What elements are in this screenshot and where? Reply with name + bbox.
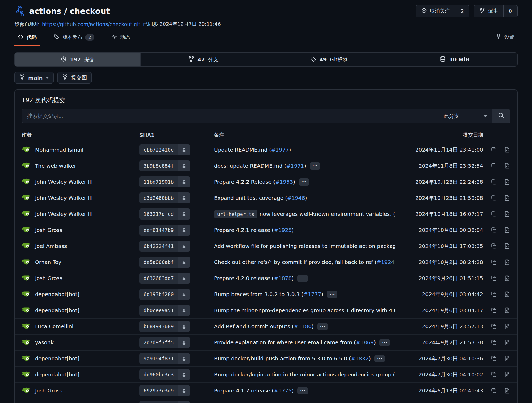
commit-graph-button[interactable]: 提交图 [57, 72, 92, 84]
copy-sha-icon[interactable] [491, 387, 497, 394]
commit-message-text[interactable]: Prepare 4.2.0 release ( [214, 275, 274, 281]
issue-link[interactable]: #1971 [286, 163, 304, 169]
commit-message-text[interactable]: Bump the minor-npm-dependencies group ac… [214, 307, 395, 314]
commit-message-text[interactable]: Bump braces from 3.0.2 to 3.0.3 ( [214, 291, 303, 297]
commit-message-text[interactable]: Prepare 4.2.1 release ( [214, 227, 274, 233]
sha-badge[interactable]: cbb722410c [139, 144, 190, 155]
browse-source-icon[interactable] [504, 259, 510, 265]
commit-message-text[interactable]: Check out other refs/* by commit if prov… [214, 259, 377, 265]
copy-sha-icon[interactable] [491, 163, 497, 169]
copy-sha-icon[interactable] [491, 355, 497, 362]
copy-sha-icon[interactable] [491, 227, 497, 233]
commit-message-text[interactable]: docs: update README.md ( [214, 163, 286, 169]
browse-source-icon[interactable] [504, 291, 510, 297]
author-name[interactable]: dependabot[bot] [35, 307, 79, 314]
commit-message-text[interactable]: Bump docker/login-action in the minor-ac… [214, 371, 395, 378]
issue-link[interactable]: #1977 [271, 147, 289, 153]
search-commits-input[interactable] [22, 109, 438, 123]
author-name[interactable]: John Wesley Walker III [35, 211, 93, 217]
copy-sha-icon[interactable] [491, 259, 497, 265]
tab-activity[interactable]: 动态 [108, 30, 133, 46]
expand-message-button[interactable]: ··· [379, 339, 390, 346]
browse-source-icon[interactable] [504, 163, 510, 169]
copy-sha-icon[interactable] [491, 195, 497, 201]
browse-source-icon[interactable] [504, 147, 510, 153]
author-name[interactable]: dependabot[bot] [35, 291, 79, 297]
author-name[interactable]: Luca Comellini [35, 323, 73, 330]
commit-message-text[interactable]: Prepare 4.1.7 release ( [214, 387, 274, 394]
author-name[interactable]: Josh Gross [35, 387, 62, 394]
copy-sha-icon[interactable] [491, 307, 497, 314]
browse-source-icon[interactable] [504, 355, 510, 362]
stat-commits[interactable]: 192 提交 [15, 53, 140, 66]
author-name[interactable]: Joel Ambass [35, 243, 67, 249]
unwatch-button[interactable]: 取消关注 2 [416, 5, 469, 17]
browse-source-icon[interactable] [504, 179, 510, 185]
browse-source-icon[interactable] [504, 275, 510, 281]
commit-message-text[interactable]: Add workflow file for publishing release… [214, 243, 395, 249]
sha-badge[interactable]: 6d193bf280 [139, 289, 190, 300]
stat-size[interactable]: 10 MiB [392, 53, 517, 66]
issue-link[interactable]: #1946 [287, 195, 305, 201]
browse-source-icon[interactable] [504, 323, 510, 330]
watch-count[interactable]: 2 [455, 5, 469, 17]
browse-source-icon[interactable] [504, 195, 510, 201]
branch-filter-select[interactable]: 此分支 [438, 109, 492, 123]
tab-releases[interactable]: 版本发布 2 [50, 30, 98, 46]
sha-badge[interactable]: dd960bd3c3 [139, 369, 190, 380]
author-name[interactable]: Josh Gross [35, 275, 62, 281]
commit-message-text[interactable]: now leverages well-known environment var… [260, 211, 395, 217]
author-name[interactable]: yasonk [35, 339, 54, 346]
author-name[interactable]: John Wesley Walker III [35, 195, 93, 201]
copy-sha-icon[interactable] [491, 339, 497, 346]
search-button[interactable] [492, 109, 510, 123]
issue-link[interactable]: #1180 [294, 323, 312, 330]
issue-link[interactable]: #1832 [351, 355, 369, 362]
fork-count[interactable]: 0 [503, 5, 517, 17]
commit-message-text[interactable]: Bump docker/build-push-action from 5.3.0… [214, 355, 351, 362]
copy-sha-icon[interactable] [491, 291, 497, 297]
sha-badge[interactable]: eef61447b9 [139, 225, 190, 236]
author-name[interactable]: Josh Gross [35, 227, 62, 233]
browse-source-icon[interactable] [504, 307, 510, 314]
copy-sha-icon[interactable] [491, 211, 497, 217]
copy-sha-icon[interactable] [491, 323, 497, 330]
sha-badge[interactable]: 6ccd57f4c5 [139, 401, 190, 403]
tab-code[interactable]: 代码 [14, 30, 40, 46]
commit-message-text[interactable]: Add Ref and Commit outputs ( [214, 323, 294, 330]
issue-link[interactable]: #1777 [303, 291, 321, 297]
expand-message-button[interactable]: ··· [297, 275, 308, 282]
browse-source-icon[interactable] [504, 371, 510, 378]
commit-message-text[interactable]: Expand unit test coverage ( [214, 195, 287, 201]
sha-badge[interactable]: 3b9b8c884f [139, 160, 190, 171]
fork-button[interactable]: 派生 0 [474, 5, 518, 17]
issue-link[interactable]: #1953 [275, 179, 293, 185]
copy-sha-icon[interactable] [491, 243, 497, 249]
copy-sha-icon[interactable] [491, 275, 497, 281]
copy-sha-icon[interactable] [491, 371, 497, 378]
tab-settings[interactable]: 设置 [492, 30, 518, 46]
browse-source-icon[interactable] [504, 339, 510, 346]
expand-message-button[interactable]: ··· [297, 387, 308, 394]
expand-message-button[interactable]: ··· [374, 355, 385, 362]
copy-sha-icon[interactable] [491, 147, 497, 153]
sha-badge[interactable]: b684943689 [139, 321, 190, 332]
issue-link[interactable]: #1925 [274, 227, 292, 233]
expand-message-button[interactable]: ··· [317, 323, 328, 330]
expand-message-button[interactable]: ··· [299, 178, 309, 186]
browse-source-icon[interactable] [504, 243, 510, 249]
copy-sha-icon[interactable] [491, 179, 497, 185]
author-name[interactable]: dependabot[bot] [35, 371, 79, 378]
expand-message-button[interactable]: ··· [327, 291, 337, 298]
mirror-url-link[interactable]: https://github.com/actions/checkout.git [42, 21, 140, 27]
commit-message-text[interactable]: Update README.md ( [214, 147, 271, 153]
author-name[interactable]: dependabot[bot] [35, 355, 79, 362]
author-name[interactable]: Orhan Toy [35, 259, 61, 265]
sha-badge[interactable]: db0cee9a51 [139, 305, 190, 316]
branch-selector[interactable]: main [14, 72, 54, 84]
issue-link[interactable]: #1775 [274, 387, 292, 394]
sha-badge[interactable]: 163217dfcd [139, 208, 190, 220]
issue-link[interactable]: #1869 [356, 339, 374, 346]
commit-message-text[interactable]: Prepare 4.2.2 Release ( [214, 179, 275, 185]
sha-badge[interactable]: e3d2460bbb [139, 192, 190, 203]
